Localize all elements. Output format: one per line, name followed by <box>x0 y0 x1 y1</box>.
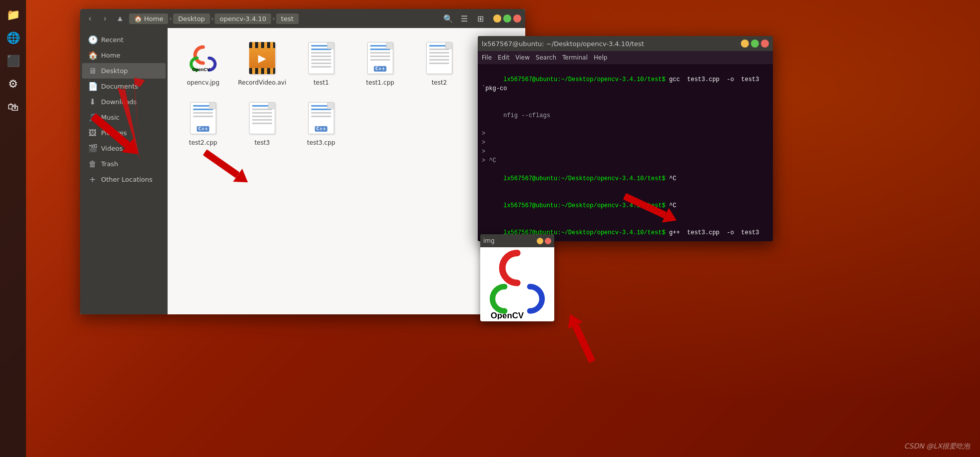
file-test1-cpp[interactable]: C++ test1.cpp <box>353 36 408 90</box>
svg-text:OpenCV: OpenCV <box>491 311 524 319</box>
sidebar-item-videos[interactable]: 🎬 Videos <box>82 141 166 156</box>
sidebar-item-desktop[interactable]: 🖥 Desktop <box>82 63 166 79</box>
file-test2-cpp[interactable]: C++ test2.cpp <box>176 96 231 150</box>
view-list-button[interactable]: ☰ <box>457 12 471 26</box>
view-grid-button[interactable]: ⊞ <box>473 12 487 26</box>
nav-up-button[interactable]: ▲ <box>114 13 126 25</box>
file-recordvideo[interactable]: RecordVideo.avi <box>235 36 290 90</box>
opencv-jpg-icon: OpenCV <box>187 40 219 76</box>
downloads-icon: ⬇ <box>88 97 97 107</box>
img-close-button[interactable] <box>545 238 551 244</box>
term-maximize-button[interactable] <box>751 40 759 48</box>
term-line-7: lx567567@ubuntu:~/Desktop/opencv-3.4.10/… <box>482 165 769 192</box>
file-test2[interactable]: test2 <box>412 36 467 90</box>
opencv-jpg-label: opencv.jpg <box>187 79 219 86</box>
img-minimize-button[interactable] <box>537 238 543 244</box>
term-line-8: lx567567@ubuntu:~/Desktop/opencv-3.4.10/… <box>482 192 769 219</box>
test2-cpp-label: test2.cpp <box>189 139 217 146</box>
fm-content: OpenCV opencv.jpg RecordVideo.avi <box>168 28 525 314</box>
sidebar-item-pictures[interactable]: 🖼 Pictures <box>82 125 166 141</box>
pictures-icon: 🖼 <box>88 128 97 138</box>
fm-sidebar: 🕐 Recent 🏠 Home 🖥 Desktop 📄 Documents ⬇ … <box>80 28 168 314</box>
breadcrumb-sep-2: › <box>210 15 215 23</box>
test1-label: test1 <box>314 79 329 86</box>
breadcrumb-sep-1: › <box>168 15 173 23</box>
close-button[interactable] <box>513 15 521 23</box>
img-content: OpenCV <box>480 247 554 321</box>
test3-label: test3 <box>255 139 270 146</box>
test3-icon <box>246 100 278 136</box>
breadcrumb-desktop[interactable]: Desktop <box>173 14 210 24</box>
taskbar: 📁 🌐 ⬛ ⚙ 🛍 <box>0 0 26 457</box>
term-menu-edit[interactable]: Edit <box>498 54 509 61</box>
term-win-controls <box>741 40 769 48</box>
breadcrumb-opencv[interactable]: opencv-3.4.10 <box>215 14 271 24</box>
sidebar-item-other-locations[interactable]: + Other Locations <box>82 172 166 187</box>
minimize-button[interactable] <box>493 15 501 23</box>
taskbar-files-icon[interactable]: 📁 <box>3 4 24 25</box>
term-minimize-button[interactable] <box>741 40 749 48</box>
term-line-2: nfig --cflags <box>482 102 769 129</box>
sidebar-item-documents[interactable]: 📄 Documents <box>82 79 166 94</box>
term-close-button[interactable] <box>761 40 769 48</box>
sidebar-item-downloads[interactable]: ⬇ Downloads <box>82 94 166 110</box>
video-icon <box>246 40 278 76</box>
file-test3[interactable]: test3 <box>235 96 290 150</box>
terminal-window: lx567567@ubuntu: ~/Desktop/opencv-3.4.10… <box>478 36 773 241</box>
sidebar-item-home[interactable]: 🏠 Home <box>82 48 166 63</box>
maximize-button[interactable] <box>503 15 511 23</box>
fm-body: 🕐 Recent 🏠 Home 🖥 Desktop 📄 Documents ⬇ … <box>80 28 525 314</box>
term-line-6: > ^C <box>482 156 769 165</box>
search-button[interactable]: 🔍 <box>441 12 455 26</box>
documents-icon: 📄 <box>88 82 97 91</box>
term-menu-help[interactable]: Help <box>594 54 607 61</box>
img-controls <box>537 238 551 244</box>
term-title: lx567567@ubuntu: ~/Desktop/opencv-3.4.10… <box>482 40 644 48</box>
file-test3-cpp[interactable]: C++ test3.cpp <box>294 96 349 150</box>
term-menu-terminal[interactable]: Terminal <box>562 54 588 61</box>
term-menubar: File Edit View Search Terminal Help <box>478 51 773 64</box>
img-titlebar: img <box>480 234 554 247</box>
sidebar-item-trash[interactable]: 🗑 Trash <box>82 156 166 172</box>
sidebar-item-recent[interactable]: 🕐 Recent <box>82 32 166 48</box>
term-line-3: > <box>482 129 769 138</box>
taskbar-terminal-icon[interactable]: ⬛ <box>3 50 24 71</box>
file-manager-window: ‹ › ▲ 🏠 Home › Desktop › opencv-3.4.10 ›… <box>80 9 525 314</box>
home-icon: 🏠 <box>88 51 97 60</box>
fm-titlebar: ‹ › ▲ 🏠 Home › Desktop › opencv-3.4.10 ›… <box>80 9 525 28</box>
file-test1[interactable]: test1 <box>294 36 349 90</box>
term-line-5: > <box>482 147 769 156</box>
breadcrumb-sep-3: › <box>271 15 276 23</box>
term-line-1: lx567567@ubuntu:~/Desktop/opencv-3.4.10/… <box>482 66 769 102</box>
taskbar-settings-icon[interactable]: ⚙ <box>3 73 24 94</box>
music-icon: 🎵 <box>88 113 97 122</box>
test2-cpp-icon: C++ <box>187 100 219 136</box>
test2-icon <box>423 40 455 76</box>
file-opencv-jpg[interactable]: OpenCV opencv.jpg <box>176 36 231 90</box>
term-menu-file[interactable]: File <box>482 54 492 61</box>
breadcrumb-home[interactable]: 🏠 Home <box>129 14 168 24</box>
svg-text:OpenCV: OpenCV <box>192 67 210 72</box>
test1-icon <box>305 40 337 76</box>
nav-forward-button[interactable]: › <box>99 13 111 25</box>
desktop-icon: 🖥 <box>88 66 97 76</box>
term-content[interactable]: lx567567@ubuntu:~/Desktop/opencv-3.4.10/… <box>478 64 773 241</box>
img-window: img OpenCV <box>480 234 554 321</box>
nav-back-button[interactable]: ‹ <box>84 13 96 25</box>
taskbar-browser-icon[interactable]: 🌐 <box>3 27 24 48</box>
sidebar-item-music[interactable]: 🎵 Music <box>82 110 166 125</box>
term-line-4: > <box>482 138 769 147</box>
term-menu-search[interactable]: Search <box>536 54 556 61</box>
svg-marker-11 <box>563 311 583 329</box>
fm-toolbar-right: 🔍 ☰ ⊞ <box>441 12 487 26</box>
other-locations-icon: + <box>88 175 97 184</box>
test2-label: test2 <box>432 79 447 86</box>
term-menu-view[interactable]: View <box>515 54 529 61</box>
breadcrumb: 🏠 Home › Desktop › opencv-3.4.10 › test <box>129 14 438 24</box>
video-label: RecordVideo.avi <box>238 79 286 86</box>
img-title: img <box>483 237 495 244</box>
test1-cpp-icon: C++ <box>364 40 396 76</box>
breadcrumb-test[interactable]: test <box>276 14 299 24</box>
taskbar-store-icon[interactable]: 🛍 <box>3 96 24 117</box>
term-titlebar: lx567567@ubuntu: ~/Desktop/opencv-3.4.10… <box>478 36 773 51</box>
